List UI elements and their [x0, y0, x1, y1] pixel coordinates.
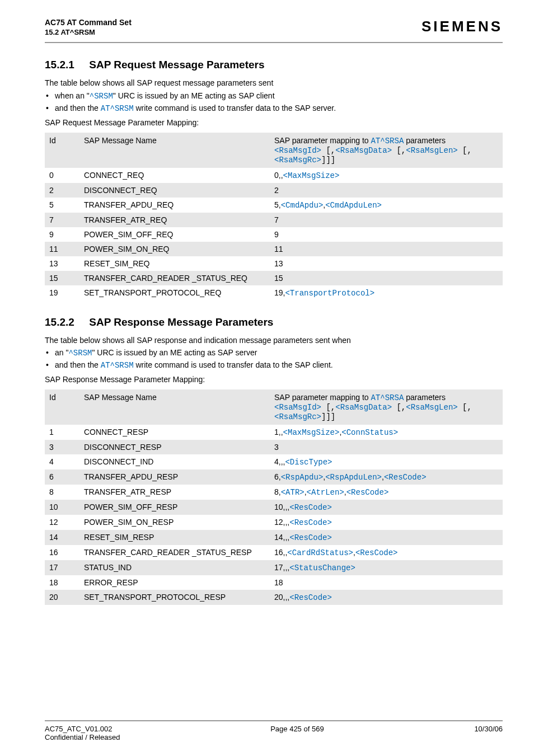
- section-2-heading: SAP Response Message Parameters: [89, 316, 273, 328]
- section-2-title: 15.2.2 SAP Response Message Parameters: [45, 316, 503, 328]
- section-1-mapping-label: SAP Request Message Parameter Mapping:: [45, 118, 503, 128]
- th-name: SAP Message Name: [79, 389, 270, 425]
- doc-title: AC75 AT Command Set: [45, 18, 132, 27]
- table-row: 5TRANSFER_APDU_REQ5,<CmdApdu>,<CmdApduLe…: [45, 198, 503, 213]
- table-row: 6TRANSFER_APDU_RESP6,<RspApdu>,<RspApduL…: [45, 469, 503, 485]
- response-table: Id SAP Message Name SAP parameter mappin…: [45, 389, 503, 605]
- section-1-bullets: when an "^SRSM" URC is issued by an ME a…: [45, 91, 503, 114]
- list-item: an "^SRSM" URC is issued by an ME acting…: [45, 348, 503, 359]
- table-row: 13RESET_SIM_REQ13: [45, 256, 503, 271]
- list-item: and then the AT^SRSM write command is us…: [45, 103, 503, 114]
- table-row: 3DISCONNECT_RESP3: [45, 440, 503, 454]
- th-id: Id: [45, 133, 79, 168]
- footer-right: 10/30/06: [474, 725, 503, 741]
- table-row: 20SET_TRANSPORT_PROTOCOL_RESP20,,,<ResCo…: [45, 590, 503, 605]
- table-row: 4DISCONNECT_IND4,,,<DiscType>: [45, 454, 503, 469]
- table-row: 12POWER_SIM_ON_RESP12,,,<ResCode>: [45, 515, 503, 530]
- section-2-intro: The table below shows all SAP response a…: [45, 335, 503, 346]
- table-header-row: Id SAP Message Name SAP parameter mappin…: [45, 133, 503, 168]
- table-row: 19SET_TRANSPORT_PROTOCOL_REQ19,<Transpor…: [45, 285, 503, 300]
- section-1-heading: SAP Request Message Parameters: [89, 59, 264, 71]
- table-row: 0CONNECT_REQ0,,<MaxMsgSize>: [45, 168, 503, 183]
- section-2-mapping-label: SAP Response Message Parameter Mapping:: [45, 374, 503, 385]
- section-1-number: 15.2.1: [45, 59, 74, 71]
- th-mapping: SAP parameter mapping to AT^SRSA paramet…: [270, 389, 503, 425]
- table-row: 14RESET_SIM_RESP14,,,<ResCode>: [45, 530, 503, 545]
- table-row: 16TRANSFER_CARD_READER _STATUS_RESP16,,<…: [45, 545, 503, 560]
- section-2-number: 15.2.2: [45, 316, 74, 328]
- table-row: 15TRANSFER_CARD_READER _STATUS_REQ15: [45, 271, 503, 285]
- doc-subtitle: 15.2 AT^SRSM: [45, 28, 132, 36]
- list-item: when an "^SRSM" URC is issued by an ME a…: [45, 91, 503, 102]
- page-header: AC75 AT Command Set 15.2 AT^SRSM SIEMENS: [45, 18, 503, 43]
- section-1-title: 15.2.1 SAP Request Message Parameters: [45, 59, 503, 71]
- list-item: and then the AT^SRSM write command is us…: [45, 360, 503, 371]
- header-left: AC75 AT Command Set 15.2 AT^SRSM: [45, 18, 132, 36]
- footer-left: AC75_ATC_V01.002 Confidential / Released: [45, 725, 120, 741]
- table-row: 1CONNECT_RESP1,,<MaxMsgSize>,<ConnStatus…: [45, 425, 503, 440]
- table-row: 8TRANSFER_ATR_RESP8,<ATR>,<AtrLen>,<ResC…: [45, 485, 503, 500]
- th-name: SAP Message Name: [79, 133, 270, 168]
- request-table: Id SAP Message Name SAP parameter mappin…: [45, 133, 503, 300]
- footer-center: Page 425 of 569: [270, 725, 324, 741]
- table-header-row: Id SAP Message Name SAP parameter mappin…: [45, 389, 503, 425]
- section-1-intro: The table below shows all SAP request me…: [45, 78, 503, 88]
- table-row: 18ERROR_RESP18: [45, 575, 503, 590]
- table-row: 17STATUS_IND17,,,<StatusChange>: [45, 560, 503, 575]
- table-row: 9POWER_SIM_OFF_REQ9: [45, 227, 503, 242]
- table-row: 2DISCONNECT_REQ2: [45, 183, 503, 198]
- th-id: Id: [45, 389, 79, 425]
- table-row: 7TRANSFER_ATR_REQ7: [45, 213, 503, 227]
- section-2-bullets: an "^SRSM" URC is issued by an ME acting…: [45, 348, 503, 371]
- siemens-logo: SIEMENS: [421, 18, 503, 35]
- table-row: 10POWER_SIM_OFF_RESP10,,,<ResCode>: [45, 500, 503, 515]
- th-mapping: SAP parameter mapping to AT^SRSA paramet…: [270, 133, 503, 168]
- page-footer: AC75_ATC_V01.002 Confidential / Released…: [45, 720, 503, 741]
- table-row: 11POWER_SIM_ON_REQ11: [45, 242, 503, 256]
